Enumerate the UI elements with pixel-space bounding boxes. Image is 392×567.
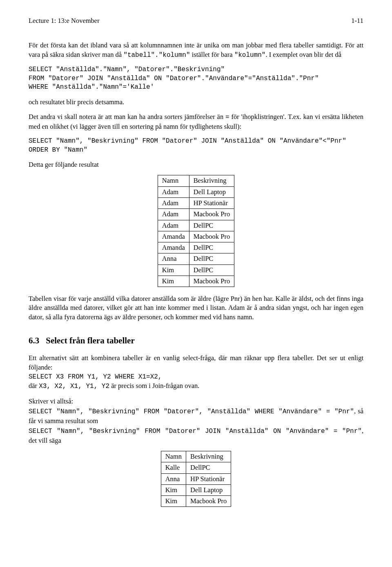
header-left: Lecture 1: 13:e November xyxy=(29,16,100,25)
table-row: Namn Beskrivning xyxy=(161,451,231,462)
code-block-1: SELECT "Anställda"."Namn", "Datorer"."Be… xyxy=(29,65,363,92)
table-row: AmandaMacbook Pro xyxy=(158,231,234,242)
table-row: AmandaDellPC xyxy=(158,242,234,253)
table-cell: DellPC xyxy=(186,462,231,473)
table-cell: DellPC xyxy=(189,242,234,253)
table-cell: Macbook Pro xyxy=(189,231,234,242)
table-cell: Anna xyxy=(161,473,186,484)
table-cell: Kim xyxy=(161,484,186,495)
paragraph-8c: SELECT "Namn", "Beskrivning" FROM "Dator… xyxy=(29,426,363,445)
code-inline: "tabell"."kolumn" xyxy=(123,52,190,59)
table-row: AnnaDellPC xyxy=(158,253,234,264)
table-cell: Amanda xyxy=(158,231,189,242)
paragraph-2: och resultatet blir precis detsamma. xyxy=(29,98,363,107)
table-cell: Kim xyxy=(158,276,189,287)
header-right: 1-11 xyxy=(351,16,363,25)
table-row: AdamHP Stationär xyxy=(158,198,234,209)
table-row: KimDell Laptop xyxy=(161,484,231,495)
code-inline: = xyxy=(225,114,229,121)
paragraph-3: Det andra vi skall notera är att man kan… xyxy=(29,112,363,131)
paragraph-8b: SELECT "Namn", "Beskrivning" FROM "Dator… xyxy=(29,407,363,426)
table-header-cell: Namn xyxy=(161,451,186,462)
table-cell: Adam xyxy=(158,209,189,220)
paragraph-5: Tabellen visar för varje anställd vilka … xyxy=(29,294,363,322)
table-cell: Dell Laptop xyxy=(186,484,231,495)
table-row: AdamDell Laptop xyxy=(158,186,234,197)
paragraph-7: där X3, X2, X1, Y1, Y2 är precis som i J… xyxy=(29,381,363,391)
code-block-2: SELECT "Namn", "Beskrivning" FROM "Dator… xyxy=(29,137,363,155)
code-block-3: SELECT X3 FROM Y1, Y2 WHERE X1=X2, xyxy=(29,373,363,382)
table-cell: Anna xyxy=(158,253,189,264)
section-heading: 6.3Select från flera tabeller xyxy=(29,335,363,346)
table-cell: DellPC xyxy=(189,253,234,264)
section-title: Select från flera tabeller xyxy=(46,336,135,345)
table-cell: Kim xyxy=(161,496,186,507)
paragraph-4: Detta ger följande resultat xyxy=(29,160,363,169)
page-header: Lecture 1: 13:e November 1-11 xyxy=(29,16,363,25)
table-row: AdamDellPC xyxy=(158,220,234,231)
table-header-cell: Beskrivning xyxy=(186,451,231,462)
table-cell: Macbook Pro xyxy=(189,276,234,287)
table-header-cell: Namn xyxy=(158,175,189,186)
table-cell: Adam xyxy=(158,186,189,197)
table-header-cell: Beskrivning xyxy=(189,175,234,186)
code-inline: SELECT "Namn", "Beskrivning" FROM "Dator… xyxy=(29,428,362,435)
result-table-1: Namn Beskrivning AdamDell Laptop AdamHP … xyxy=(158,175,234,287)
section-number: 6.3 xyxy=(29,336,39,345)
table-cell: Kalle xyxy=(161,462,186,473)
table-cell: Dell Laptop xyxy=(189,186,234,197)
text: istället för bara xyxy=(190,51,234,58)
table-cell: DellPC xyxy=(189,220,234,231)
table-cell: Adam xyxy=(158,198,189,209)
table-row: KalleDellPC xyxy=(161,462,231,473)
table-row: AdamMacbook Pro xyxy=(158,209,234,220)
table-row: KimMacbook Pro xyxy=(161,496,231,507)
table-cell: Macbook Pro xyxy=(186,496,231,507)
paragraph-8a: Skriver vi alltså: xyxy=(29,397,363,406)
table-row: KimMacbook Pro xyxy=(158,276,234,287)
table-cell: Kim xyxy=(158,264,189,276)
code-inline: SELECT "Namn", "Beskrivning" FROM "Dator… xyxy=(29,408,354,415)
text: Det andra vi skall notera är att man kan… xyxy=(29,113,225,121)
text: där xyxy=(29,382,39,390)
paragraph-1: För det första kan det ibland vara så at… xyxy=(29,41,363,60)
table-cell: HP Stationär xyxy=(186,473,231,484)
table-cell: Amanda xyxy=(158,242,189,253)
table-cell: Macbook Pro xyxy=(189,209,234,220)
code-inline: "kolumn" xyxy=(234,52,266,59)
table-row: AnnaHP Stationär xyxy=(161,473,231,484)
result-table-2: Namn Beskrivning KalleDellPC AnnaHP Stat… xyxy=(161,451,232,507)
code-inline: X3, X2, X1, Y1, Y2 xyxy=(39,383,109,390)
table-row: KimDellPC xyxy=(158,264,234,276)
paragraph-6: Ett alternativt sätt att kombinera tabel… xyxy=(29,354,363,372)
text: . I exemplet ovan blir det då xyxy=(265,51,341,58)
table-cell: DellPC xyxy=(189,264,234,276)
table-cell: Adam xyxy=(158,220,189,231)
table-cell: HP Stationär xyxy=(189,198,234,209)
text: är precis som i Join-frågan ovan. xyxy=(109,382,199,390)
table-row: Namn Beskrivning xyxy=(158,175,234,186)
